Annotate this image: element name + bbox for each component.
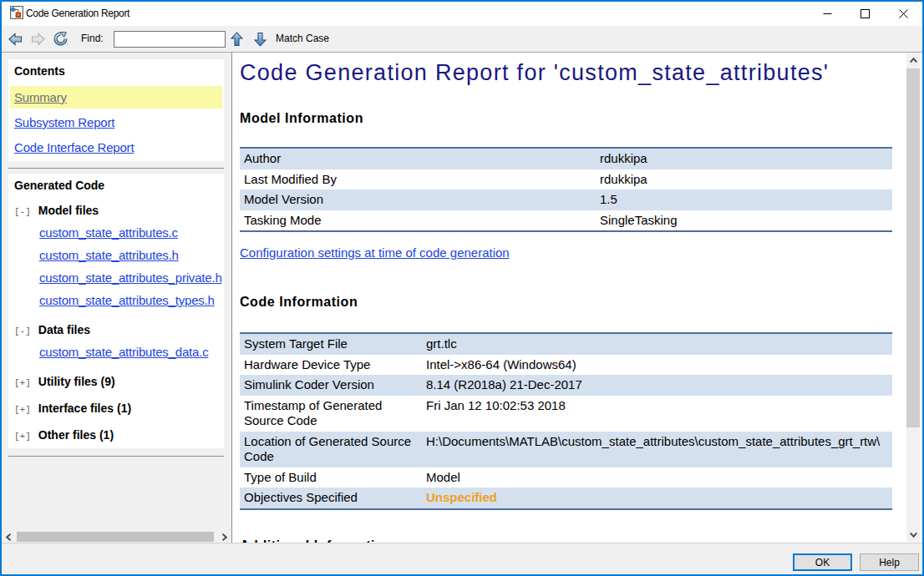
contents-list: Summary Subsystem Report Code Interface … <box>10 86 222 159</box>
tree-file-link: custom_state_attributes_data.c <box>13 341 219 363</box>
browser-frames: Contents Summary Subsystem Report Code I… <box>2 53 922 543</box>
table-cell-label: Last Modified By <box>240 169 596 190</box>
maximize-icon <box>861 9 870 18</box>
find-down-icon <box>254 32 267 47</box>
table-cell-label: Tasking Mode <box>240 210 596 232</box>
vertical-scrollbar[interactable] <box>906 53 920 542</box>
model-h-link[interactable]: custom_state_attributes.h <box>39 248 179 262</box>
table-cell-value: H:\Documents\MATLAB\custom_state_attribu… <box>422 432 892 467</box>
contents-item-summary: Summary <box>10 86 222 109</box>
minimize-icon <box>823 9 832 18</box>
scroll-down-arrow-icon[interactable] <box>906 528 920 542</box>
expand-toggle-icon[interactable]: [+] <box>14 405 31 415</box>
sidebar-separator-bottom <box>8 456 224 457</box>
contents-panel: Contents Summary Subsystem Report Code I… <box>8 59 224 161</box>
find-previous-button[interactable] <box>231 26 243 52</box>
model-c-link[interactable]: custom_state_attributes.c <box>39 225 178 240</box>
table-row: Last Modified Byrdukkipa <box>240 169 892 190</box>
table-cell-value: rdukkipa <box>596 169 892 190</box>
maximize-button[interactable] <box>846 2 884 26</box>
app-window: Code Generation Report <box>0 0 924 576</box>
minimize-button[interactable] <box>809 2 846 26</box>
back-icon <box>8 33 23 46</box>
forward-button[interactable] <box>31 26 45 52</box>
configuration-settings-link[interactable]: Configuration settings at time of code g… <box>240 245 510 260</box>
table-cell-label: Hardware Device Type <box>240 355 422 376</box>
contents-sidebar: Contents Summary Subsystem Report Code I… <box>2 53 231 543</box>
help-button[interactable]: Help <box>860 553 919 571</box>
ok-button[interactable]: OK <box>793 553 852 571</box>
generated-code-heading: Generated Code <box>14 179 219 192</box>
find-label: Find: <box>81 26 104 52</box>
table-row: Tasking ModeSingleTasking <box>240 210 892 232</box>
table-cell-label: Simulink Coder Version <box>240 375 422 396</box>
table-cell-label: System Target File <box>240 333 422 355</box>
tree-file-link: custom_state_attributes_types.h <box>13 289 219 311</box>
collapse-toggle-icon[interactable]: [-] <box>14 326 31 336</box>
tree-group-model-files: [-]Model files <box>13 199 219 221</box>
model-information-heading: Model Information <box>240 111 906 126</box>
tree-group-interface-files: [+]Interface files (1) <box>13 397 219 419</box>
data-c-link[interactable]: custom_state_attributes_data.c <box>39 345 208 359</box>
table-cell-value: Model <box>422 467 892 488</box>
back-button[interactable] <box>8 26 23 52</box>
match-case-label[interactable]: Match Case <box>276 26 329 52</box>
table-row: System Target Filegrt.tlc <box>240 333 892 355</box>
tree-group-utility-files: [+]Utility files (9) <box>13 370 219 392</box>
report-frame: Code Generation Report for 'custom_state… <box>231 53 922 543</box>
collapse-toggle-icon[interactable]: [-] <box>14 207 31 217</box>
sidebar-horizontal-scrollbar[interactable] <box>2 531 231 543</box>
model-private-h-link[interactable]: custom_state_attributes_private.h <box>39 270 222 285</box>
table-cell-value: 1.5 <box>596 189 892 210</box>
expand-toggle-icon[interactable]: [+] <box>14 378 31 388</box>
dialog-button-bar: OK Help <box>2 543 922 574</box>
vertical-scroll-thumb[interactable] <box>906 68 920 427</box>
report-document: Code Generation Report for 'custom_state… <box>232 53 906 543</box>
table-cell-label: Timestamp of Generated Source Code <box>240 396 422 432</box>
tree-file-link: custom_state_attributes.c <box>13 221 219 244</box>
tree-group-label: Interface files (1) <box>38 402 131 415</box>
title-bar: Code Generation Report <box>2 2 922 26</box>
sidebar-link-row: Code Interface Report <box>10 136 222 159</box>
summary-link[interactable]: Summary <box>14 90 67 104</box>
table-row: Hardware Device TypeIntel->x86-64 (Windo… <box>240 355 892 376</box>
table-row: Objectives SpecifiedUnspecified <box>240 488 892 509</box>
model-information-table: Authorrdukkipa Last Modified Byrdukkipa … <box>240 147 892 232</box>
tree-file-link: custom_state_attributes.h <box>13 244 219 266</box>
table-cell-label: Author <box>240 148 596 169</box>
forward-icon <box>31 33 45 46</box>
code-information-heading: Code Information <box>240 295 906 310</box>
tree-group-label: Model files <box>38 204 99 217</box>
tree-group-label: Other files (1) <box>38 428 114 442</box>
file-tree: [-]Model files custom_state_attributes.c… <box>13 199 219 446</box>
tree-group-label: Data files <box>38 323 90 336</box>
find-toolbar: Find: Match Case <box>2 26 922 53</box>
refresh-button[interactable] <box>53 26 68 52</box>
scroll-right-arrow-icon[interactable] <box>218 531 231 543</box>
find-input[interactable] <box>114 31 226 48</box>
contents-item-subsystem: Subsystem Report <box>10 111 222 134</box>
model-types-h-link[interactable]: custom_state_attributes_types.h <box>39 293 215 307</box>
table-cell-label: Location of Generated Source Code <box>240 432 422 467</box>
configuration-settings-paragraph: Configuration settings at time of code g… <box>240 245 906 260</box>
table-row: Authorrdukkipa <box>240 148 892 169</box>
table-cell-value: 8.14 (R2018a) 21-Dec-2017 <box>422 375 892 396</box>
subsystem-report-link[interactable]: Subsystem Report <box>14 115 114 129</box>
scroll-up-arrow-icon[interactable] <box>906 53 920 67</box>
table-cell-value: Fri Jan 12 10:02:53 2018 <box>422 396 892 432</box>
table-cell-value: SingleTasking <box>596 210 892 232</box>
tree-group-label: Utility files (9) <box>38 375 115 388</box>
table-row: Type of BuildModel <box>240 467 892 488</box>
scroll-left-arrow-icon[interactable] <box>2 531 15 543</box>
expand-toggle-icon[interactable]: [+] <box>14 432 31 442</box>
horizontal-scroll-thumb[interactable] <box>17 532 214 542</box>
find-up-icon <box>231 32 243 47</box>
table-cell-label: Objectives Specified <box>240 488 422 509</box>
find-next-button[interactable] <box>254 26 267 52</box>
code-interface-report-link[interactable]: Code Interface Report <box>14 140 134 154</box>
close-button[interactable] <box>885 2 922 26</box>
tree-group-data-files: [-]Data files <box>13 318 219 341</box>
table-row: Location of Generated Source CodeH:\Docu… <box>240 432 892 467</box>
table-cell-label: Model Version <box>240 189 596 210</box>
window-title: Code Generation Report <box>26 2 129 26</box>
